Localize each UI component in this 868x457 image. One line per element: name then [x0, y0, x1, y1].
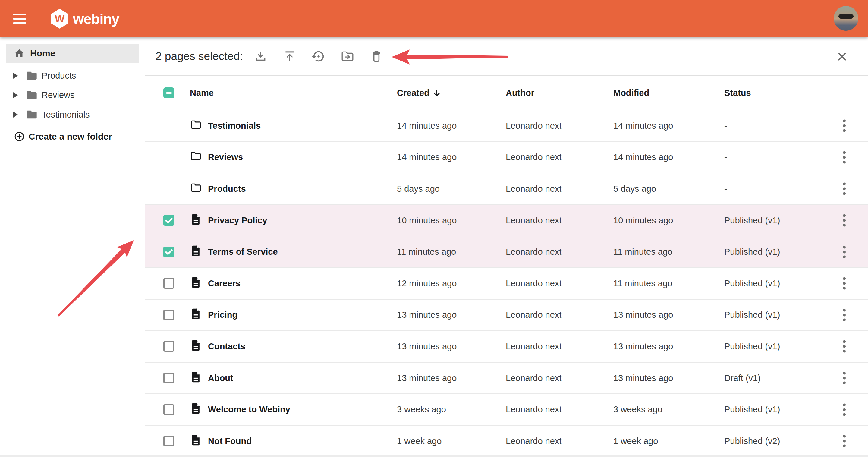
column-header-name[interactable]: Name	[190, 88, 397, 98]
row-checkbox[interactable]	[163, 341, 174, 352]
row-menu-button[interactable]	[837, 243, 852, 261]
hamburger-icon	[13, 14, 26, 16]
folder-tree: Products Reviews Testimonials	[0, 66, 144, 124]
table-row[interactable]: Not Found 1 week ago Leonardo next 1 wee…	[145, 426, 868, 457]
row-checkbox[interactable]	[163, 247, 174, 257]
kebab-icon	[842, 434, 846, 448]
restore-button[interactable]	[310, 48, 327, 65]
row-modified: 13 minutes ago	[613, 373, 724, 383]
page-icon	[190, 213, 202, 225]
row-checkbox[interactable]	[163, 373, 174, 384]
row-author: Leonardo next	[506, 373, 613, 383]
create-folder-button[interactable]: Create a new folder	[0, 127, 114, 146]
row-name: Careers	[208, 278, 397, 288]
row-checkbox[interactable]	[163, 310, 174, 321]
close-icon	[836, 51, 848, 63]
table-row[interactable]: Contacts 13 minutes ago Leonardo next 13…	[145, 331, 868, 363]
row-menu-button[interactable]	[837, 306, 852, 324]
row-menu-button[interactable]	[837, 401, 852, 419]
row-modified: 13 minutes ago	[613, 310, 724, 320]
trash-icon	[370, 50, 383, 63]
row-menu-button[interactable]	[837, 148, 852, 166]
column-header-modified[interactable]: Modified	[613, 88, 724, 98]
table-row[interactable]: Products 5 days ago Leonardo next 5 days…	[145, 173, 868, 205]
row-created: 14 minutes ago	[397, 152, 506, 162]
page-icon	[190, 276, 202, 288]
sidebar-item-products[interactable]: Products	[0, 66, 144, 86]
row-name: Welcome to Webiny	[208, 404, 397, 415]
row-modified: 5 days ago	[613, 184, 724, 194]
row-modified: 11 minutes ago	[613, 278, 724, 288]
row-author: Leonardo next	[506, 278, 613, 288]
row-menu-button[interactable]	[837, 432, 852, 450]
delete-button[interactable]	[368, 48, 385, 65]
row-menu-button[interactable]	[837, 337, 852, 356]
row-menu-button[interactable]	[837, 369, 852, 387]
row-menu-button[interactable]	[837, 274, 852, 293]
menu-button[interactable]	[13, 10, 31, 28]
column-header-status[interactable]: Status	[724, 88, 821, 98]
bulk-actions-toolbar: 2 pages selected:	[145, 37, 868, 76]
row-author: Leonardo next	[506, 436, 613, 446]
table-header: Name Created Author Modified Status	[145, 76, 868, 110]
row-checkbox[interactable]	[163, 435, 174, 447]
move-to-folder-button[interactable]	[339, 48, 356, 65]
arrow-down-icon	[433, 89, 441, 97]
kebab-icon	[842, 181, 846, 196]
brand-wordmark: webiny	[73, 10, 119, 27]
sidebar-item-reviews[interactable]: Reviews	[0, 86, 144, 105]
row-status: Published (v2)	[724, 436, 821, 446]
row-author: Leonardo next	[506, 216, 613, 225]
folder-icon	[190, 150, 202, 162]
row-status: Published (v1)	[724, 310, 821, 320]
row-checkbox[interactable]	[163, 278, 174, 289]
folder-icon	[26, 89, 38, 101]
page-icon	[190, 245, 202, 257]
row-created: 12 minutes ago	[397, 278, 506, 288]
folder-icon	[26, 70, 38, 82]
page-icon	[190, 434, 202, 446]
row-name: Terms of Service	[208, 247, 397, 257]
select-all-checkbox[interactable]	[163, 87, 174, 98]
table-row[interactable]: Careers 12 minutes ago Leonardo next 11 …	[145, 268, 868, 300]
table-row[interactable]: Pricing 13 minutes ago Leonardo next 13 …	[145, 300, 868, 331]
caret-right-icon[interactable]	[13, 92, 18, 98]
bulk-action-buttons	[252, 48, 385, 65]
row-menu-button[interactable]	[837, 117, 852, 135]
publish-button[interactable]	[281, 48, 299, 65]
restore-icon	[312, 50, 326, 63]
row-menu-button[interactable]	[837, 211, 852, 230]
row-name: Privacy Policy	[208, 216, 397, 225]
caret-right-icon[interactable]	[13, 73, 18, 79]
row-author: Leonardo next	[506, 341, 613, 352]
folder-icon	[26, 109, 38, 121]
table-row[interactable]: Welcome to Webiny 3 weeks ago Leonardo n…	[145, 394, 868, 426]
close-selection-button[interactable]	[834, 48, 850, 65]
row-status: Draft (v1)	[724, 373, 821, 383]
table-row[interactable]: Reviews 14 minutes ago Leonardo next 14 …	[145, 142, 868, 174]
column-header-created[interactable]: Created	[397, 88, 506, 98]
row-modified: 10 minutes ago	[613, 216, 724, 225]
avatar[interactable]	[834, 6, 858, 31]
row-checkbox[interactable]	[163, 404, 174, 415]
row-modified: 11 minutes ago	[613, 247, 724, 257]
column-header-author[interactable]: Author	[506, 88, 613, 98]
row-name: Contacts	[208, 341, 397, 352]
row-modified: 3 weeks ago	[613, 404, 724, 415]
table-row[interactable]: Testimonials 14 minutes ago Leonardo nex…	[145, 110, 868, 142]
caret-right-icon[interactable]	[13, 112, 18, 118]
sidebar-item-home[interactable]: Home	[6, 44, 138, 63]
row-name: Products	[208, 184, 397, 194]
row-menu-button[interactable]	[837, 180, 852, 198]
folder-icon	[190, 119, 202, 131]
sidebar-item-testimonials[interactable]: Testimonials	[0, 105, 144, 124]
row-created: 5 days ago	[397, 184, 506, 194]
row-author: Leonardo next	[506, 404, 613, 415]
table-row[interactable]: About 13 minutes ago Leonardo next 13 mi…	[145, 363, 868, 394]
row-checkbox[interactable]	[163, 215, 174, 226]
webiny-logo[interactable]: W webiny	[51, 9, 119, 29]
table-row[interactable]: Terms of Service 11 minutes ago Leonardo…	[145, 236, 868, 268]
row-status: -	[724, 121, 821, 131]
table-row[interactable]: Privacy Policy 10 minutes ago Leonardo n…	[145, 205, 868, 237]
download-button[interactable]	[252, 48, 270, 65]
